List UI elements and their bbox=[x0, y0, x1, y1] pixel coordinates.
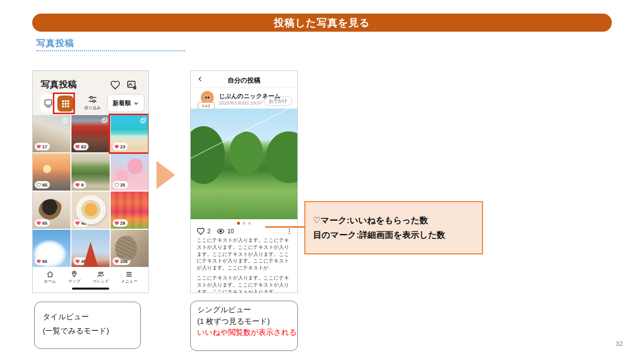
highlight-rect-beach-photo bbox=[109, 114, 149, 154]
kebab-menu-icon[interactable] bbox=[286, 227, 293, 235]
like-heart-icon[interactable] bbox=[197, 227, 205, 235]
section-underline bbox=[36, 43, 185, 51]
pagination-dot bbox=[243, 222, 246, 225]
photo-search-icon[interactable] bbox=[126, 79, 137, 90]
caption-tile-view: タイルビュー (一覧でみるモード) bbox=[34, 302, 141, 349]
caption-single-line-1: シングルビュー bbox=[197, 304, 297, 316]
photo-tile-green-alley[interactable]: 9 bbox=[71, 153, 109, 191]
nav-friends[interactable]: フレンド bbox=[93, 268, 109, 286]
nav-menu[interactable]: メニュー bbox=[121, 268, 137, 286]
pagination-dot-active bbox=[237, 222, 240, 225]
sort-label: 新着順 bbox=[113, 99, 131, 108]
filter-button[interactable]: 絞り込み bbox=[82, 95, 103, 111]
like-badge: 45 bbox=[73, 257, 89, 265]
post-paragraph-2: ここにテキストが入ります。ここにテキストが入ります。ここにテキストが入ります。こ… bbox=[197, 275, 293, 293]
multi-photo-icon bbox=[101, 117, 108, 124]
post-photo-park[interactable] bbox=[191, 109, 297, 219]
photo-tile-sky-clouds[interactable]: 65 bbox=[33, 230, 70, 267]
tile-view-title: 写真投稿 bbox=[41, 78, 77, 90]
tile-view-screenshot: 写真投稿 絞り込み 新着順 bbox=[32, 70, 149, 293]
caption-tile-line-2: (一覧でみるモード) bbox=[43, 324, 140, 338]
level-badge: Lv.1 bbox=[198, 102, 215, 109]
view-count: 10 bbox=[227, 228, 234, 235]
callout-box: ♡マーク:いいねをもらった数 目のマーク:詳細画面を表示した数 bbox=[304, 201, 483, 254]
like-badge: 62 bbox=[73, 143, 89, 150]
post-paragraph-1: ここにテキストが入ります。ここにテキストが入ります。ここにテキストが入ります。こ… bbox=[197, 237, 293, 272]
menu-icon bbox=[125, 270, 133, 278]
photo-tile-cherry-blossom[interactable]: 25 bbox=[111, 153, 148, 191]
like-count: 2 bbox=[207, 228, 211, 235]
post-body: ここにテキストが入ります。ここにテキストが入ります。ここにテキストが入ります。こ… bbox=[197, 237, 293, 293]
map-pin-icon bbox=[70, 270, 78, 278]
views-eye-icon bbox=[216, 227, 225, 235]
photo-tile-cat[interactable]: 106 bbox=[111, 230, 148, 267]
photo-tile-tulips[interactable]: 29 bbox=[111, 192, 148, 229]
callout-leader-line bbox=[265, 226, 305, 228]
home-icon bbox=[46, 270, 54, 278]
like-badge: 17 bbox=[35, 143, 50, 150]
slide-title: 投稿した写真を見る bbox=[274, 16, 370, 30]
flow-arrow-icon bbox=[156, 161, 175, 189]
like-badge: 106 bbox=[113, 257, 130, 265]
photo-tile-sunset-lake[interactable]: 65 bbox=[33, 153, 70, 191]
like-badge: 9 bbox=[73, 181, 86, 189]
caption-single-red-note: いいねや閲覧数が表示される bbox=[197, 327, 297, 338]
callout-line-2: 目のマーク:詳細画面を表示した数 bbox=[313, 229, 482, 241]
nav-home[interactable]: ホーム bbox=[44, 268, 56, 286]
pagination-dots bbox=[191, 222, 297, 225]
photo-tile-ramen[interactable]: 45 bbox=[71, 192, 109, 229]
like-badge: 65 bbox=[35, 219, 50, 227]
highlight-rect-grid-button bbox=[53, 93, 75, 114]
chevron-down-icon bbox=[133, 101, 139, 106]
photo-tile-shiba-dog[interactable]: 65 bbox=[33, 192, 70, 229]
post-datetime: 2025年5月8日 19:07 bbox=[219, 100, 263, 107]
single-view-header: 自分の投稿 bbox=[191, 71, 297, 88]
sort-dropdown[interactable]: 新着順 bbox=[107, 94, 144, 112]
photo-tile-stairs-town[interactable]: 17 bbox=[33, 115, 70, 152]
filter-label: 絞り込み bbox=[82, 105, 103, 111]
bottom-nav: ホーム マップ フレンド メニュー bbox=[33, 268, 148, 286]
like-badge: 65 bbox=[35, 181, 50, 189]
nav-map[interactable]: マップ bbox=[68, 268, 80, 286]
favorites-heart-icon[interactable] bbox=[110, 80, 120, 90]
caption-tile-line-1: タイルビュー bbox=[43, 310, 140, 324]
pagination-dot bbox=[248, 222, 251, 225]
multi-photo-icon bbox=[62, 117, 68, 124]
like-badge: 45 bbox=[73, 219, 89, 227]
single-view-title: 自分の投稿 bbox=[191, 76, 297, 85]
callout-line-1: ♡マーク:いいねをもらった数 bbox=[313, 215, 482, 226]
friends-icon bbox=[97, 270, 105, 278]
like-badge: 29 bbox=[113, 219, 128, 227]
home-indicator-bar bbox=[72, 288, 109, 290]
page-number: 32 bbox=[608, 340, 623, 347]
caption-single-line-2: (1 枚ずつ見るモード) bbox=[197, 316, 297, 327]
single-view-screenshot: 自分の投稿 Lv.1 じぶんのニックネーム 2025年5月8日 19:07 おで… bbox=[190, 70, 298, 293]
slide-title-banner: 投稿した写真を見る bbox=[32, 14, 612, 32]
like-view-row: 2 10 bbox=[197, 227, 293, 235]
tile-view-header: 写真投稿 絞り込み 新着順 bbox=[33, 71, 148, 115]
like-badge: 25 bbox=[113, 181, 128, 189]
photo-tile-tokyo-tower[interactable]: 45 bbox=[71, 230, 109, 267]
caption-single-view: シングルビュー (1 枚ずつ見るモード) いいねや閲覧数が表示される bbox=[190, 301, 298, 351]
like-badge: 65 bbox=[35, 257, 50, 265]
photo-tile-shopping-street[interactable]: 62 bbox=[71, 115, 109, 152]
category-tag[interactable]: おでかけ bbox=[264, 97, 292, 106]
